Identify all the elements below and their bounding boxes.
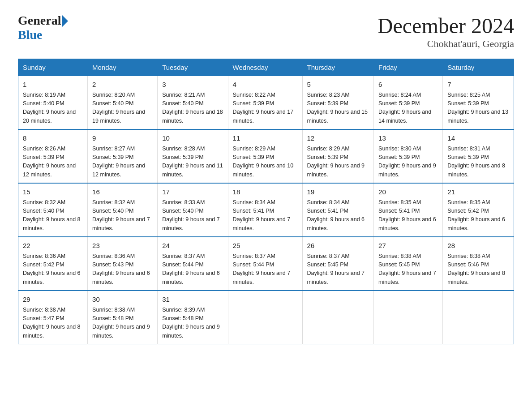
day-number: 31 xyxy=(162,295,223,305)
calendar-week-row: 22Sunrise: 8:36 AMSunset: 5:42 PMDayligh… xyxy=(18,237,514,291)
day-info: Sunrise: 8:32 AMSunset: 5:40 PMDaylight:… xyxy=(92,198,153,233)
day-info: Sunrise: 8:22 AMSunset: 5:39 PMDaylight:… xyxy=(233,91,298,126)
day-number: 24 xyxy=(162,241,223,251)
calendar-cell: 7Sunrise: 8:25 AMSunset: 5:39 PMDaylight… xyxy=(443,76,514,130)
calendar-cell: 29Sunrise: 8:38 AMSunset: 5:47 PMDayligh… xyxy=(18,291,88,344)
day-number: 14 xyxy=(447,133,509,144)
day-info: Sunrise: 8:35 AMSunset: 5:42 PMDaylight:… xyxy=(447,198,509,233)
day-number: 27 xyxy=(378,241,438,251)
header-day-friday: Friday xyxy=(374,59,443,76)
calendar-cell: 21Sunrise: 8:35 AMSunset: 5:42 PMDayligh… xyxy=(443,183,514,237)
day-number: 12 xyxy=(307,133,369,144)
calendar-cell: 31Sunrise: 8:39 AMSunset: 5:48 PMDayligh… xyxy=(158,291,228,344)
day-number: 9 xyxy=(92,133,153,144)
calendar-cell: 11Sunrise: 8:29 AMSunset: 5:39 PMDayligh… xyxy=(228,129,302,183)
calendar-cell: 3Sunrise: 8:21 AMSunset: 5:40 PMDaylight… xyxy=(158,76,228,130)
day-info: Sunrise: 8:23 AMSunset: 5:39 PMDaylight:… xyxy=(307,91,369,126)
calendar-cell: 15Sunrise: 8:32 AMSunset: 5:40 PMDayligh… xyxy=(18,183,88,237)
day-number: 11 xyxy=(233,133,298,144)
day-info: Sunrise: 8:32 AMSunset: 5:40 PMDaylight:… xyxy=(23,198,83,233)
day-number: 21 xyxy=(447,187,509,197)
day-info: Sunrise: 8:24 AMSunset: 5:39 PMDaylight:… xyxy=(378,91,438,126)
day-info: Sunrise: 8:38 AMSunset: 5:45 PMDaylight:… xyxy=(378,252,438,287)
calendar-cell: 1Sunrise: 8:19 AMSunset: 5:40 PMDaylight… xyxy=(18,76,88,130)
day-info: Sunrise: 8:29 AMSunset: 5:39 PMDaylight:… xyxy=(233,145,298,180)
calendar-cell: 12Sunrise: 8:29 AMSunset: 5:39 PMDayligh… xyxy=(302,129,374,183)
day-info: Sunrise: 8:31 AMSunset: 5:39 PMDaylight:… xyxy=(447,145,509,180)
day-info: Sunrise: 8:25 AMSunset: 5:39 PMDaylight:… xyxy=(447,91,509,126)
day-info: Sunrise: 8:38 AMSunset: 5:47 PMDaylight:… xyxy=(23,306,83,341)
day-number: 1 xyxy=(23,80,83,90)
day-info: Sunrise: 8:37 AMSunset: 5:45 PMDaylight:… xyxy=(307,252,369,287)
day-info: Sunrise: 8:37 AMSunset: 5:44 PMDaylight:… xyxy=(162,252,223,287)
calendar-cell xyxy=(228,291,302,344)
day-number: 7 xyxy=(447,80,509,90)
day-info: Sunrise: 8:27 AMSunset: 5:39 PMDaylight:… xyxy=(92,145,153,180)
day-info: Sunrise: 8:33 AMSunset: 5:40 PMDaylight:… xyxy=(162,198,223,233)
calendar-cell: 10Sunrise: 8:28 AMSunset: 5:39 PMDayligh… xyxy=(158,129,228,183)
day-info: Sunrise: 8:30 AMSunset: 5:39 PMDaylight:… xyxy=(378,145,438,180)
header-day-saturday: Saturday xyxy=(443,59,514,76)
day-number: 8 xyxy=(23,133,83,144)
calendar-cell: 18Sunrise: 8:34 AMSunset: 5:41 PMDayligh… xyxy=(228,183,302,237)
calendar-cell xyxy=(443,291,514,344)
day-info: Sunrise: 8:19 AMSunset: 5:40 PMDaylight:… xyxy=(23,91,83,126)
calendar-week-row: 8Sunrise: 8:26 AMSunset: 5:39 PMDaylight… xyxy=(18,129,514,183)
day-info: Sunrise: 8:34 AMSunset: 5:41 PMDaylight:… xyxy=(307,198,369,233)
calendar-week-row: 29Sunrise: 8:38 AMSunset: 5:47 PMDayligh… xyxy=(18,291,514,344)
day-info: Sunrise: 8:36 AMSunset: 5:43 PMDaylight:… xyxy=(92,252,153,287)
day-info: Sunrise: 8:29 AMSunset: 5:39 PMDaylight:… xyxy=(307,145,369,180)
header-day-tuesday: Tuesday xyxy=(158,59,228,76)
day-number: 3 xyxy=(162,80,223,90)
calendar-cell: 16Sunrise: 8:32 AMSunset: 5:40 PMDayligh… xyxy=(88,183,158,237)
day-info: Sunrise: 8:38 AMSunset: 5:48 PMDaylight:… xyxy=(92,306,153,341)
days-header-row: SundayMondayTuesdayWednesdayThursdayFrid… xyxy=(18,59,514,76)
day-number: 4 xyxy=(233,80,298,90)
calendar-cell: 2Sunrise: 8:20 AMSunset: 5:40 PMDaylight… xyxy=(88,76,158,130)
day-number: 26 xyxy=(307,241,369,251)
day-number: 19 xyxy=(307,187,369,197)
calendar-subtitle: Chokhat'auri, Georgia xyxy=(378,38,514,50)
day-number: 23 xyxy=(92,241,153,251)
calendar-cell: 4Sunrise: 8:22 AMSunset: 5:39 PMDaylight… xyxy=(228,76,302,130)
day-info: Sunrise: 8:28 AMSunset: 5:39 PMDaylight:… xyxy=(162,145,223,180)
day-info: Sunrise: 8:39 AMSunset: 5:48 PMDaylight:… xyxy=(162,306,223,341)
day-number: 20 xyxy=(378,187,438,197)
logo-blue: Blue xyxy=(18,28,68,42)
calendar-cell: 14Sunrise: 8:31 AMSunset: 5:39 PMDayligh… xyxy=(443,129,514,183)
day-number: 5 xyxy=(307,80,369,90)
day-number: 25 xyxy=(233,241,298,251)
calendar-cell: 19Sunrise: 8:34 AMSunset: 5:41 PMDayligh… xyxy=(302,183,374,237)
day-info: Sunrise: 8:34 AMSunset: 5:41 PMDaylight:… xyxy=(233,198,298,233)
day-number: 13 xyxy=(378,133,438,144)
day-number: 16 xyxy=(92,187,153,197)
day-number: 28 xyxy=(447,241,509,251)
calendar-week-row: 15Sunrise: 8:32 AMSunset: 5:40 PMDayligh… xyxy=(18,183,514,237)
logo: General Blue xyxy=(18,13,68,42)
header-day-wednesday: Wednesday xyxy=(228,59,302,76)
calendar-cell: 26Sunrise: 8:37 AMSunset: 5:45 PMDayligh… xyxy=(302,237,374,291)
header-day-sunday: Sunday xyxy=(18,59,88,76)
calendar-cell: 25Sunrise: 8:37 AMSunset: 5:44 PMDayligh… xyxy=(228,237,302,291)
day-number: 17 xyxy=(162,187,223,197)
day-info: Sunrise: 8:37 AMSunset: 5:44 PMDaylight:… xyxy=(233,252,298,287)
calendar-week-row: 1Sunrise: 8:19 AMSunset: 5:40 PMDaylight… xyxy=(18,76,514,130)
calendar-cell xyxy=(374,291,443,344)
day-info: Sunrise: 8:35 AMSunset: 5:41 PMDaylight:… xyxy=(378,198,438,233)
day-number: 29 xyxy=(23,295,83,305)
day-number: 15 xyxy=(23,187,83,197)
day-info: Sunrise: 8:20 AMSunset: 5:40 PMDaylight:… xyxy=(92,91,153,126)
calendar-cell: 13Sunrise: 8:30 AMSunset: 5:39 PMDayligh… xyxy=(374,129,443,183)
day-number: 18 xyxy=(233,187,298,197)
day-number: 30 xyxy=(92,295,153,305)
day-info: Sunrise: 8:38 AMSunset: 5:46 PMDaylight:… xyxy=(447,252,509,287)
calendar-cell: 30Sunrise: 8:38 AMSunset: 5:48 PMDayligh… xyxy=(88,291,158,344)
logo-general: General xyxy=(18,13,61,28)
calendar-table: SundayMondayTuesdayWednesdayThursdayFrid… xyxy=(18,59,514,344)
calendar-cell: 28Sunrise: 8:38 AMSunset: 5:46 PMDayligh… xyxy=(443,237,514,291)
calendar-cell: 6Sunrise: 8:24 AMSunset: 5:39 PMDaylight… xyxy=(374,76,443,130)
day-number: 10 xyxy=(162,133,223,144)
calendar-title: December 2024 xyxy=(378,13,514,38)
title-section: December 2024 Chokhat'auri, Georgia xyxy=(378,13,514,50)
header-day-thursday: Thursday xyxy=(302,59,374,76)
